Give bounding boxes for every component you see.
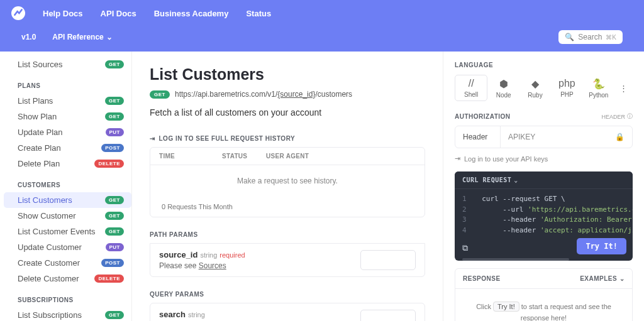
auth-box: Header APIKEY 🔒 — [455, 126, 633, 148]
python-icon: 🐍 — [583, 78, 614, 90]
login-hint[interactable]: ⇥ Log in to use your API keys — [455, 155, 633, 163]
method-badge: GET — [105, 196, 124, 204]
sidebar-item[interactable]: List SubscriptionsGET — [4, 307, 131, 321]
method-badge: PUT — [106, 243, 125, 251]
query-params-label: QUERY PARAMS — [150, 291, 425, 298]
more-languages[interactable]: ⋮ — [614, 81, 633, 95]
sidebar-item[interactable]: Update CustomerPUT — [4, 239, 131, 255]
sidebar-item[interactable]: Show CustomerGET — [4, 208, 131, 224]
curl-request-box: CURL REQUEST ⌄ 1 curl --request GET \ 2 … — [455, 171, 633, 261]
sidebar-item[interactable]: Delete CustomerDELETE — [4, 271, 131, 286]
sidebar-item[interactable]: List SourcesGET — [4, 57, 131, 72]
path-params-label: PATH PARAMS — [150, 231, 425, 238]
ruby-icon: ◆ — [519, 78, 551, 90]
search-placeholder: Search — [578, 33, 602, 41]
endpoint-line: GET https://api.baremetrics.com/v1/{sour… — [150, 90, 425, 99]
api-reference-dropdown[interactable]: API Reference ⌄ — [52, 33, 112, 41]
sidebar-item[interactable]: List Customer EventsGET — [4, 224, 131, 239]
path-param-row: source_idstringrequiredPlease see Source… — [150, 243, 425, 277]
sidebar-item[interactable]: List CustomersGET — [4, 192, 131, 208]
auth-value-field[interactable]: APIKEY 🔒 — [501, 126, 632, 148]
method-badge: POST — [101, 144, 124, 152]
shell-icon: // — [455, 78, 487, 89]
method-badge: GET — [105, 311, 124, 319]
login-icon: ⇥ — [150, 135, 155, 142]
try-it-button[interactable]: Try It! — [577, 238, 626, 254]
php-icon: php — [551, 78, 582, 89]
lang-node[interactable]: ⬢Node — [487, 75, 519, 101]
copy-button[interactable]: ⧉ — [462, 243, 468, 253]
lang-php[interactable]: phpPHP — [551, 75, 582, 101]
method-badge: GET — [105, 112, 124, 121]
language-picker: //Shell⬢Node◆RubyphpPHP🐍Python⋮ — [455, 75, 633, 101]
response-box: RESPONSE EXAMPLES ⌄ Click Try It! to sta… — [455, 268, 633, 321]
topnav-link[interactable]: Help Docs — [43, 9, 83, 18]
search-kbd: ⌘K — [606, 34, 616, 41]
method-badge: GET — [105, 212, 124, 220]
topnav-link[interactable]: Business Academy — [154, 9, 229, 18]
history-empty: Make a request to see history. — [150, 165, 425, 197]
sidebar-item[interactable]: Create CustomerPOST — [4, 255, 131, 271]
node-icon: ⬢ — [487, 78, 519, 90]
endpoint-url: https://api.baremetrics.com/v1/{source_i… — [175, 90, 352, 99]
sidebar-item[interactable]: List PlansGET — [4, 93, 131, 109]
try-it-inline[interactable]: Try It! — [493, 302, 519, 312]
auth-sub: HEADER ⓘ — [601, 112, 633, 121]
query-param-row: searchstringAllows you to search for a c… — [150, 303, 425, 321]
sidebar-category: PLANS — [4, 72, 131, 93]
method-badge: POST — [101, 259, 124, 267]
chevron-down-icon: ⌄ — [619, 275, 625, 282]
sidebar-item[interactable]: Create PlanPOST — [4, 140, 131, 156]
method-badge: DELETE — [94, 275, 124, 283]
history-col-time: TIME — [159, 153, 222, 160]
method-badge: GET — [105, 60, 124, 68]
lang-ruby[interactable]: ◆Ruby — [519, 75, 551, 101]
page-lead: Fetch a list of all customers on your ac… — [150, 107, 425, 117]
login-icon: ⇥ — [455, 155, 460, 163]
page-title: List Customers — [150, 65, 425, 84]
history-title[interactable]: ⇥ LOG IN TO SEE FULL REQUEST HISTORY — [150, 135, 425, 142]
topnav-link[interactable]: Status — [246, 9, 271, 18]
history-footer: 0 Requests This Month — [150, 197, 425, 217]
examples-dropdown[interactable]: EXAMPLES ⌄ — [580, 275, 625, 282]
sidebar[interactable]: List SourcesGETPLANSList PlansGETShow Pl… — [0, 52, 132, 321]
sidebar-category: CUSTOMERS — [4, 171, 131, 192]
auth-label: AUTHORIZATION — [455, 113, 511, 120]
param-input[interactable] — [360, 250, 416, 270]
method-badge: GET — [105, 97, 124, 105]
sidebar-item[interactable]: Show PlanGET — [4, 109, 131, 124]
auth-key: Header — [455, 126, 501, 148]
search-input[interactable]: 🔍 Search ⌘K — [558, 30, 623, 44]
topbar: Help DocsAPI DocsBusiness AcademyStatus — [0, 0, 644, 26]
code-scrollbar[interactable] — [462, 258, 569, 261]
method-badge: GET — [150, 90, 170, 99]
history-col-status: STATUS — [222, 153, 266, 160]
brand-logo[interactable] — [11, 6, 25, 20]
method-badge: PUT — [106, 128, 125, 136]
method-badge: GET — [105, 227, 124, 236]
response-label: RESPONSE — [463, 275, 501, 282]
api-version[interactable]: v1.0 — [21, 33, 36, 41]
language-label: LANGUAGE — [455, 62, 633, 68]
topnav-link[interactable]: API Docs — [101, 9, 136, 18]
curl-header[interactable]: CURL REQUEST ⌄ — [455, 171, 633, 189]
sidebar-item[interactable]: Delete PlanDELETE — [4, 156, 131, 171]
chevron-down-icon: ⌄ — [514, 177, 518, 183]
main-content: List Customers GET https://api.baremetri… — [132, 52, 443, 321]
lang-shell[interactable]: //Shell — [455, 75, 487, 101]
right-panel: LANGUAGE //Shell⬢Node◆RubyphpPHP🐍Python⋮… — [443, 52, 644, 321]
method-badge: DELETE — [94, 160, 124, 168]
info-icon[interactable]: ⓘ — [627, 112, 633, 121]
history-col-agent: USER AGENT — [266, 153, 309, 160]
sidebar-item[interactable]: Update PlanPUT — [4, 124, 131, 140]
lang-python[interactable]: 🐍Python — [583, 75, 614, 101]
sidebar-category: SUBSCRIPTIONS — [4, 286, 131, 307]
param-input[interactable] — [360, 310, 416, 321]
search-icon: 🔍 — [565, 33, 574, 41]
lock-icon: 🔒 — [615, 133, 625, 141]
topnav: Help DocsAPI DocsBusiness AcademyStatus — [43, 9, 271, 18]
chevron-down-icon: ⌄ — [106, 33, 113, 41]
api-reference-label: API Reference — [52, 33, 103, 41]
subbar: v1.0 API Reference ⌄ 🔍 Search ⌘K — [0, 26, 644, 52]
history-table: TIME STATUS USER AGENT Make a request to… — [150, 147, 425, 217]
